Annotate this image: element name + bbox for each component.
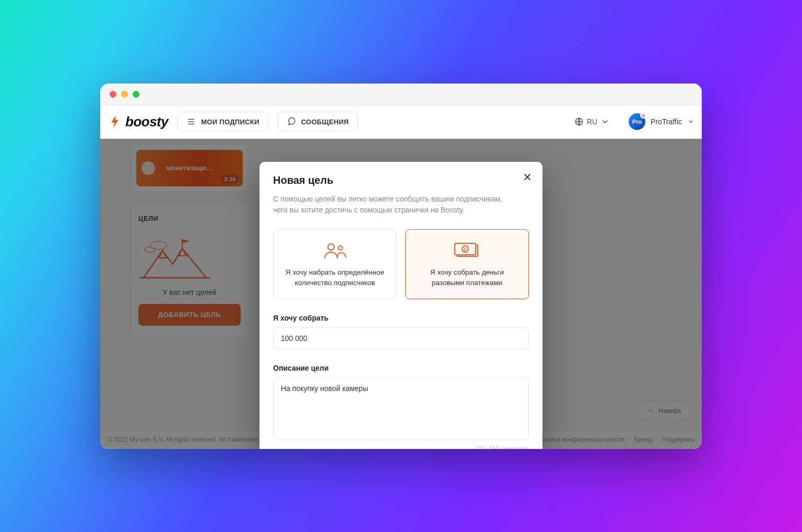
avatar: Pro G <box>629 113 645 130</box>
bolt-icon <box>108 114 122 129</box>
svg-point-5 <box>328 244 334 250</box>
globe-icon <box>574 117 584 126</box>
menu-icon <box>186 117 196 126</box>
titlebar <box>100 84 702 105</box>
brand-logo[interactable]: boosty <box>108 114 168 130</box>
amount-input[interactable] <box>273 327 529 349</box>
goal-option-subscribers-text: Я хочу набрать определённое количество п… <box>283 267 387 289</box>
browser-window: boosty МОИ ПОДПИСКИ СООБЩЕНИЯ RU <box>100 84 702 449</box>
char-counter: 23 / 150 символов <box>273 445 529 449</box>
goal-option-money-text: Я хочу собрать деньги разовыми платежами <box>415 267 519 289</box>
app-header: boosty МОИ ПОДПИСКИ СООБЩЕНИЯ RU <box>100 105 702 139</box>
amount-label: Я хочу собрать <box>273 314 529 322</box>
goal-option-subscribers[interactable]: Я хочу набрать определённое количество п… <box>273 229 397 300</box>
modal-title: Новая цель <box>273 174 529 186</box>
svg-text:₽: ₽ <box>464 247 467 252</box>
username: ProTraffic <box>651 117 682 126</box>
messages-label: СООБЩЕНИЯ <box>301 118 349 126</box>
google-badge-icon: G <box>640 112 646 119</box>
new-goal-modal: Новая цель С помощью целей вы легко може… <box>260 162 542 449</box>
chevron-down-icon <box>600 117 610 126</box>
subscriptions-button[interactable]: МОИ ПОДПИСКИ <box>178 112 268 132</box>
description-input[interactable] <box>273 377 529 440</box>
window-close-icon[interactable] <box>110 91 116 98</box>
people-icon <box>323 242 348 259</box>
user-menu[interactable]: Pro G ProTraffic <box>629 113 694 130</box>
chat-icon <box>287 117 296 126</box>
window-zoom-icon[interactable] <box>133 91 139 98</box>
money-icon: ₽ <box>454 243 481 258</box>
chevron-down-icon <box>687 118 694 125</box>
app-body: монетизаци… 3:34 ЦЕЛИ <box>100 139 702 449</box>
messages-button[interactable]: СООБЩЕНИЯ <box>278 112 358 132</box>
language-switcher[interactable]: RU <box>574 117 610 126</box>
app-root: boosty МОИ ПОДПИСКИ СООБЩЕНИЯ RU <box>100 105 702 449</box>
subscriptions-label: МОИ ПОДПИСКИ <box>201 118 259 126</box>
modal-subtitle: С помощью целей вы легко можете сообщить… <box>273 194 518 216</box>
window-minimize-icon[interactable] <box>121 91 128 98</box>
svg-point-6 <box>338 246 343 250</box>
description-label: Описание цели <box>273 364 529 372</box>
language-code: RU <box>587 117 597 126</box>
goal-option-money[interactable]: ₽ Я хочу собрать деньги разовыми платежа… <box>405 229 529 300</box>
close-icon[interactable] <box>522 171 533 183</box>
brand-word: boosty <box>125 114 168 130</box>
